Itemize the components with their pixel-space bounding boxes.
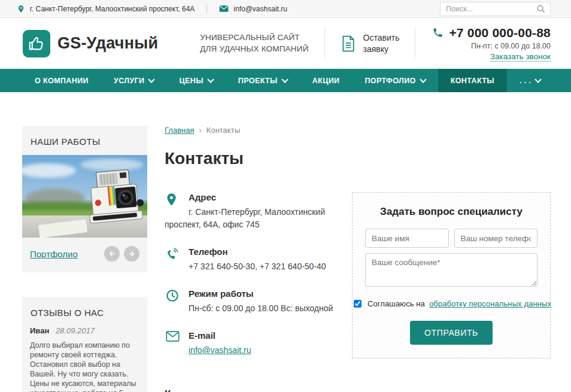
request-line1: Оставить [363, 32, 400, 44]
page-title: Контакты [165, 149, 551, 168]
topbar: г. Санкт-Петербург, Малоохтинский проспе… [0, 0, 571, 18]
tagline: УНИВЕРСАЛЬНЫЙ САЙТ ДЛЯ УДАЧНЫХ КОМПАНИЙ [200, 32, 308, 55]
contact-value: Пн-сб: с 09.00 до 18.00 Вс: выходной [189, 302, 341, 315]
review-author: Иван [30, 326, 49, 335]
clock-icon [166, 289, 179, 302]
message-input[interactable] [365, 253, 537, 287]
header: GS-Удачный УНИВЕРСАЛЬНЫЙ САЙТ ДЛЯ УДАЧНЫ… [0, 18, 571, 69]
document-icon [341, 35, 356, 53]
nav-item-contacts[interactable]: КОНТАКТЫ [438, 69, 507, 92]
tagline-line1: УНИВЕРСАЛЬНЫЙ САЙТ [200, 32, 308, 44]
chevron-down-icon [281, 76, 288, 83]
main-nav: О КОМПАНИИ УСЛУГИ ЦЕНЫ ПРОЕКТЫ АКЦИИ ПОР… [0, 69, 571, 92]
thumbs-up-icon [23, 30, 50, 57]
contact-title: Адрес [189, 192, 341, 202]
form-title: Задать вопрос специалисту [365, 206, 537, 218]
chevron-down-icon [148, 76, 155, 83]
prev-arrow-button[interactable] [104, 246, 120, 262]
consent-link[interactable]: обработку персональных данных [429, 299, 551, 308]
tagline-line2: ДЛЯ УДАЧНЫХ КОМПАНИЙ [200, 44, 308, 55]
header-phone-number[interactable]: +7 000 000-00-88 [449, 26, 551, 40]
logo-text: GS-Удачный [57, 34, 158, 53]
contact-row-address: Адрес г. Санкт-Петербург, Малоохтинский … [165, 192, 341, 231]
contact-title: Режим работы [189, 288, 341, 299]
divider [206, 4, 207, 13]
arrow-right-icon [127, 249, 136, 259]
email-icon [219, 5, 229, 13]
header-phone-block: +7 000 000-00-88 Пн-пт: с 09.00 до 18.00… [432, 26, 551, 62]
callback-link[interactable]: Заказать звонок [490, 52, 551, 62]
sidebar: НАШИ РАБОТЫ [22, 126, 147, 392]
portfolio-photo[interactable] [22, 155, 147, 238]
nav-item-promos[interactable]: АКЦИИ [300, 69, 353, 92]
topbar-contacts: г. Санкт-Петербург, Малоохтинский проспе… [17, 4, 287, 14]
breadcrumb-separator: › [199, 126, 201, 135]
review-date: 28.09.2017 [56, 326, 95, 335]
phone-input[interactable] [454, 229, 538, 248]
our-works-widget: НАШИ РАБОТЫ [22, 126, 147, 272]
name-input[interactable] [365, 229, 449, 248]
review-text: Долго выбирал компанию по ремонту своей … [30, 341, 139, 392]
contact-info: Адрес г. Санкт-Петербург, Малоохтинский … [165, 192, 341, 372]
submit-button[interactable]: ОТПРАВИТЬ [410, 321, 493, 345]
divider [324, 28, 325, 59]
page: г. Санкт-Петербург, Малоохтинский проспе… [0, 0, 571, 392]
reviews-widget: ОТЗЫВЫ О НАС Иван 28.09.2017 Долго выбир… [22, 297, 147, 392]
nav-item-more[interactable]: . . . [507, 69, 553, 92]
leave-request-button[interactable]: Оставить заявку [341, 32, 400, 55]
location-pin-icon [17, 4, 25, 14]
map-title: Карта проезда [165, 388, 551, 392]
arrow-left-icon [107, 249, 117, 259]
contact-email-link[interactable]: info@vashsait.ru [189, 345, 251, 355]
breadcrumb-current: Контакты [206, 126, 240, 135]
search-icon[interactable] [536, 4, 546, 14]
question-form: Задать вопрос специалисту Соглашаюсь на … [352, 192, 551, 358]
consent-text: Соглашаюсь на [367, 299, 425, 308]
topbar-address: г. Санкт-Петербург, Малоохтинский проспе… [30, 5, 195, 13]
nav-item-services[interactable]: УСЛУГИ [101, 69, 167, 92]
chevron-down-icon [207, 76, 214, 83]
location-pin-icon [166, 193, 177, 206]
contact-row-phone: Телефон +7 321 640-50-30, +7 321 640-50-… [165, 247, 341, 273]
consent-checkbox[interactable] [354, 300, 362, 308]
breadcrumb-home[interactable]: Главная [165, 126, 194, 135]
nav-item-prices[interactable]: ЦЕНЫ [166, 69, 225, 92]
phone-waves-icon [166, 247, 179, 260]
nav-item-portfolio[interactable]: ПОРТФОЛИО [352, 69, 438, 92]
email-icon [166, 331, 180, 342]
search-input[interactable] [445, 4, 536, 14]
phone-icon [432, 27, 444, 38]
search-box[interactable] [440, 2, 551, 16]
working-hours: Пн-пт: с 09.00 до 18.00 [471, 42, 551, 50]
contact-row-email: E-mail info@vashsait.ru [165, 330, 341, 357]
portfolio-link[interactable]: Портфолио [30, 249, 78, 259]
nav-item-about[interactable]: О КОМПАНИИ [22, 69, 101, 92]
contact-value: г. Санкт-Петербург, Малоохтинский проспе… [165, 206, 341, 231]
chevron-down-icon [420, 76, 426, 83]
request-line2: заявку [363, 44, 400, 55]
chevron-down-icon [535, 76, 542, 83]
reviews-title: ОТЗЫВЫ О НАС [31, 308, 139, 318]
breadcrumb: Главная › Контакты [165, 126, 551, 135]
contact-value: +7 321 640-50-30, +7 321 640-50-40 [189, 260, 341, 273]
main-content: Главная › Контакты Контакты Адрес г. Сан… [165, 126, 551, 392]
topbar-email-link[interactable]: info@vashsait.ru [233, 5, 287, 13]
contact-row-hours: Режим работы Пн-сб: с 09.00 до 18.00 Вс:… [165, 288, 341, 315]
divider [415, 28, 415, 59]
logo[interactable]: GS-Удачный [23, 30, 158, 57]
contact-title: E-mail [189, 330, 341, 341]
next-arrow-button[interactable] [124, 246, 139, 262]
works-title: НАШИ РАБОТЫ [31, 136, 139, 147]
nav-item-projects[interactable]: ПРОЕКТЫ [226, 69, 300, 92]
contact-title: Телефон [189, 247, 341, 257]
